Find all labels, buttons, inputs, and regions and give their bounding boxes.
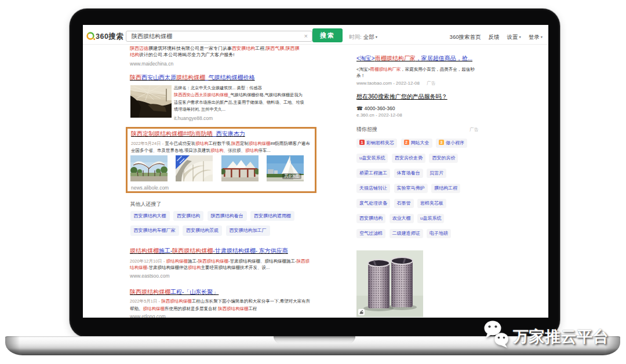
ad-label: 广告 (470, 126, 479, 133)
search-chip[interactable]: 岩棉夹芯板 (417, 199, 446, 208)
search-input[interactable]: 陕西膜结构煤棚 × (126, 31, 312, 42)
result4-desc-line1: 2020年12月10日 - 膜结构煤棚施工-陕西膜结构煤棚-甘肃膜结构煤棚、膜结… (130, 259, 310, 264)
nav-home[interactable]: 360搜索首页 (450, 34, 481, 41)
result3-thumbnail1-image[interactable] (130, 155, 168, 181)
logo-text[interactable]: 360搜索 (96, 32, 123, 42)
search-chip[interactable]: 西安膜结构景观 (183, 225, 222, 236)
search-chip[interactable]: 西安膜结构 (356, 214, 385, 223)
search-chip[interactable]: 2网站大全 (401, 139, 432, 148)
ad2-phone: ☎ 4000-360-360 (356, 105, 395, 111)
search-chip[interactable]: 西安的房价 (429, 154, 458, 163)
sidebar-photo-image[interactable] (356, 250, 423, 317)
search-query: 陕西膜结构煤棚 (132, 31, 172, 41)
guess-chip-row6: 西安膜结构农业大棚u盘装系统 (356, 214, 444, 223)
result3-url: news.alibole.com (131, 185, 169, 191)
time-value: 全部 (363, 34, 374, 40)
related-chip-row2: 西安膜结构车棚厂家西安膜结构景观西安膜结构加工厂 (130, 225, 270, 236)
result3-title[interactable]: 陕西定制膜结构煤棚##防雨防晒_西安康杰力 (131, 130, 245, 137)
search-chip[interactable]: 西安房价走势 (392, 154, 425, 163)
result1-desc-line1: 陕西迈德膜建筑环境科技有限公司是一家专门从事西安膜结构工程,陕西气膜,陕西膜 (130, 46, 299, 52)
result3-desc-line1: 2022年5月24日 - 至今已成功安装膜结构工程数千项,陕西定制膜结构煤棚##… (131, 141, 310, 147)
guess-chip-row2: u盘安装系统西安房价走势西安的房价 (356, 154, 458, 163)
rank-badge: 1 (359, 140, 365, 145)
rank-badge: 2 (404, 140, 409, 145)
result3-thumbnail3-image[interactable] (221, 155, 259, 181)
image-count-overlay: 共8张图 (282, 173, 301, 179)
result2-url: it.huangye88.com (174, 115, 213, 121)
page: 360搜索 陕西膜结构煤棚 × 搜索 时间:全部▾ 360搜索首页 反馈 设置▾… (0, 0, 626, 364)
search-chip[interactable]: 实验室马弗炉 (394, 184, 428, 193)
result3-desc-line2: 全国多个省、市及世界各地.项目涉及建筑膜结构、张拉膜、膜结构停车... (131, 148, 271, 154)
chevron-down-icon: ▾ (376, 35, 377, 39)
ad1-title[interactable]: <淘宝>雨棚膜结构厂家，家居超值商品，抢... (356, 55, 472, 62)
guess-chip-row1: 1彩钢岩棉夹芯2网站大全3做小程序 (356, 139, 467, 148)
result1-url: www.maidechina.cn (130, 61, 173, 67)
related-search-heading: 其他人还搜了 (130, 201, 162, 208)
rank-badge: 3 (439, 140, 444, 145)
related-chip-row1: 西安膜结构大棚西安膜结构陕西膜结构看台西安膜结构遮雨棚 (130, 211, 295, 221)
chevron-down-icon: ▾ (519, 35, 521, 39)
ad-label: 广告 (427, 81, 436, 86)
search-chip[interactable]: 石墨管 (394, 199, 414, 208)
result5-desc-line2: 帮助。膜结构煤棚所使用的膜材是多层复合材 陕西膜结构煤棚工程 (130, 306, 257, 312)
search-chip[interactable]: 废气处理设备 (356, 199, 390, 208)
result3-thumbnail-row: 共8张图 (130, 155, 304, 181)
ad1-desc-line1: <淘宝>雨棚膜结构厂家，家庭实用小百货，品类齐全，超值秒 (356, 67, 475, 72)
time-filter[interactable]: 时间:全部▾ (349, 34, 377, 41)
result4-url: www.eastsoo.com (130, 273, 170, 279)
nav-login[interactable]: 登录▾ (529, 34, 543, 41)
result5-desc-line1: 2022年5月1日 - 陕西膜结构煤棚工程山东长聚下面小编简单的和大家分享一下,… (130, 299, 310, 304)
ad1-url: www.taobao.com - 2022-12-08广告 (356, 81, 436, 86)
header-nav: 360搜索首页 反馈 设置▾ 登录▾ (450, 34, 543, 41)
search-chip[interactable]: 1彩钢岩棉夹芯 (356, 139, 397, 148)
result2-thumbnail-image[interactable] (130, 85, 172, 118)
wechat-icon (483, 320, 511, 349)
search-chip[interactable]: 西安膜结构 (173, 211, 203, 221)
watermark: 万家推云平台 (483, 320, 609, 349)
ad2-title[interactable]: 想在360搜索推广您的产品服务吗？ (356, 93, 447, 100)
360-logo-icon (86, 32, 96, 41)
header-divider (83, 44, 548, 45)
search-chip[interactable]: 体育场看台 (394, 169, 423, 178)
search-chip[interactable]: u盘装系统 (417, 214, 444, 223)
search-chip[interactable]: 西安膜结构加工厂 (226, 225, 270, 236)
search-chip[interactable]: 西安膜结构车棚厂家 (130, 225, 179, 236)
search-chip[interactable]: 空气过滤棉 (356, 229, 385, 238)
guess-chip-row4: 天猫店铺转让实验室马弗炉膜结构工程 (356, 184, 460, 193)
result2-desc-lineA: 品牌名：北京中天久业膜建筑技... 类型：传感器 (174, 85, 262, 91)
search-chip[interactable]: 桥梁工程施工 (356, 169, 390, 178)
search-chip[interactable]: 电子地磅 (427, 229, 451, 238)
guess-chip-row7: 空气过滤棉二级建造师证电子地磅 (356, 229, 451, 238)
search-button[interactable]: 搜索 (312, 28, 343, 42)
search-chip[interactable]: 3做小程序 (436, 139, 467, 148)
nav-feedback[interactable]: 反馈 (488, 34, 499, 41)
result3-thumbnail2-image[interactable] (176, 155, 213, 181)
guess-heading: 猜你想搜 (356, 126, 377, 133)
clear-icon[interactable]: × (304, 31, 308, 41)
result2-desc-lineB: 陕西西安山西太原膜结构煤棚_气膜结构煤棚价格,气膜结构煤棚是我为 (174, 92, 303, 98)
result4-title[interactable]: 膜结构煤棚施工-陕西膜结构煤棚-甘肃膜结构煤棚- 东方供应商 (130, 247, 288, 254)
search-chip[interactable]: 二级建造师证 (390, 229, 423, 238)
search-chip[interactable]: 西安膜结构遮雨棚 (250, 211, 294, 221)
guess-chip-row3: 桥梁工程施工体育场看台贝雷片 (356, 169, 446, 178)
browser-screen: 360搜索 陕西膜结构煤棚 × 搜索 时间:全部▾ 360搜索首页 反馈 设置▾… (83, 25, 548, 318)
search-chip[interactable]: 陕西膜结构看台 (208, 211, 247, 221)
chevron-down-icon: ▾ (541, 35, 543, 39)
result2-title[interactable]: 陕西西安山西太原膜结构煤棚_气膜结构煤棚价格 (130, 74, 255, 81)
result1-desc-line2: 结构设计的公司.本公司将竭尽全力为广大客户服务! (130, 52, 234, 58)
result4-desc-line2: 结构煤棚-甘肃膜结构煤棚仲达膜结构主要经营膜结构煤棚技术开发、设... (130, 265, 270, 271)
search-chip[interactable]: 农业大棚 (390, 214, 414, 223)
search-chip[interactable]: u盘安装系统 (356, 154, 388, 163)
search-chip[interactable]: 贝雷片 (427, 169, 446, 178)
result5-url: www.etlong.com (130, 314, 166, 318)
search-chip[interactable]: 膜结构工程 (431, 184, 460, 193)
laptop-base-notch (274, 336, 355, 344)
expand-icon (358, 309, 365, 315)
search-chip[interactable]: 天猫店铺转让 (356, 184, 390, 193)
result5-title[interactable]: 陕西膜结构煤棚工程-「山东长聚」 (130, 289, 219, 296)
ad1-desc-line2: 杀！ (356, 73, 365, 79)
ad2-url: e.360.cn - 2022-12-08 (356, 112, 402, 118)
search-chip[interactable]: 西安膜结构大棚 (130, 211, 170, 221)
nav-settings[interactable]: 设置▾ (507, 34, 521, 41)
phone-icon: ☎ (356, 105, 363, 111)
